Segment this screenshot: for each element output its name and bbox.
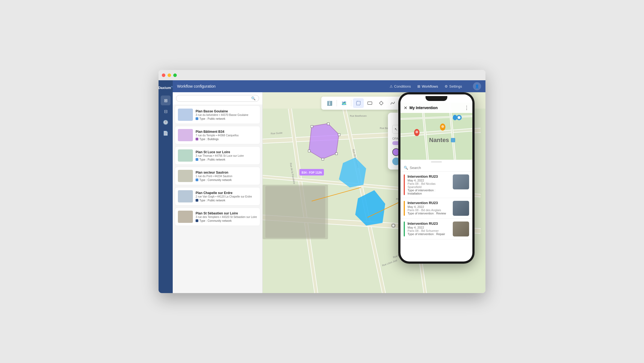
plan-info-4: Plan secteur Sautron 1 rue du Pont • 442… (196, 171, 257, 182)
maximize-button[interactable] (173, 73, 177, 77)
toolbar-select[interactable] (353, 98, 364, 108)
plan-type-1: Type : Public network (196, 117, 257, 120)
toolbar-diamond[interactable] (376, 98, 387, 108)
plan-thumb-6 (178, 211, 193, 223)
plan-type-5: Type : Public network (196, 199, 257, 202)
plan-item-1[interactable]: Plan Basse Goulaine 3 rue du belvédère •… (175, 106, 260, 124)
plan-name-4: Plan secteur Sautron (196, 171, 257, 174)
phone-screen: Nantes (400, 94, 472, 262)
svg-text:Nantes: Nantes (429, 137, 449, 143)
intervention-item-3[interactable]: Intervention RU23 May 4, 2022 Paris 08 -… (400, 219, 472, 239)
phone-search-icon: 🔍 (404, 166, 408, 170)
phone-title: My Intervention (409, 106, 462, 110)
plan-info-6: Plan St Sébastien sur Loire 3 rue des Te… (196, 211, 257, 222)
plan-item-4[interactable]: Plan secteur Sautron 1 rue du Pont • 442… (175, 167, 260, 185)
intervention-info-2: Intervention RU23 May 4, 2022 Paris 08 -… (408, 201, 450, 216)
shape-label: B34 - FOP 112N (299, 169, 324, 176)
accent-2 (404, 201, 405, 216)
svg-point-65 (453, 115, 457, 120)
plan-thumb-4 (178, 170, 193, 182)
plan-addr-2: 7 rue du Temple • 44368 Carquefou (196, 134, 257, 137)
minimize-button[interactable] (168, 73, 171, 77)
plan-addr-6: 3 rue des Templiers • 44320 St Sébastien… (196, 216, 257, 219)
warning-icon: ⚠ (390, 84, 393, 88)
logo-text: Daxium (159, 86, 171, 90)
svg-point-35 (392, 224, 394, 227)
type-dot-5 (196, 199, 198, 202)
accent-3 (404, 222, 405, 236)
nav-settings[interactable]: ⚙ Settings (445, 82, 462, 90)
intervention-item-1[interactable]: Intervention RU23 May 4, 2022 Paris 08 -… (400, 172, 472, 198)
intervention-info-1: Intervention RU23 May 4, 2022 Paris 08 -… (408, 174, 450, 195)
toolbar-divider-2 (351, 100, 351, 106)
thumb-bg-3 (453, 222, 469, 236)
intervention-title-3: Intervention RU23 (408, 222, 450, 226)
plan-addr-3: 3 rue Thomas • 44756 St Luce sur Loire (196, 154, 257, 157)
intervention-thumb-2 (453, 201, 469, 216)
phone-frame: Nantes (398, 92, 475, 264)
plan-addr-5: 2 rue Van Gogh • 44120 La Chapelle sur E… (196, 195, 257, 198)
intervention-list: Intervention RU23 May 4, 2022 Paris 08 -… (400, 172, 472, 262)
search-icon: 🔍 (251, 96, 256, 100)
toolbar-map[interactable]: 🗺️ (339, 98, 350, 108)
main-window: DaxiumAI ⊞ ⊟ 🕐 📄 Workflow configuration … (159, 70, 485, 293)
plan-thumb-5 (178, 190, 193, 202)
search-input-wrap[interactable]: 🔍 (176, 95, 259, 102)
sidebar-item-clock[interactable]: 🕐 (161, 117, 171, 127)
header-nav: ⚠ Conditions ⊞ Workflows ⚙ Settings 👤 (390, 82, 481, 90)
plan-name-2: Plan Bâtiment B34 (196, 130, 257, 134)
map-area[interactable]: ℹ️ 🗺️ (263, 92, 485, 293)
plan-info-2: Plan Bâtiment B34 7 rue du Temple • 4436… (196, 130, 257, 141)
phone-header: ✕ My Intervention ⋮ (400, 103, 472, 113)
app-logo: DaxiumAI (159, 83, 173, 92)
search-input[interactable] (180, 96, 251, 100)
settings-icon: ⚙ (445, 84, 448, 88)
sidebar-item-map[interactable]: ⊟ (161, 106, 171, 116)
intervention-item-2[interactable]: Intervention RU23 May 4, 2022 Paris 08 -… (400, 198, 472, 219)
type-dot-1 (196, 117, 198, 120)
phone-search-input[interactable] (410, 166, 469, 170)
header-title: Workflow configuration (177, 84, 215, 88)
type-dot-3 (196, 158, 198, 161)
toolbar-divider-1 (337, 100, 337, 106)
phone-close-icon[interactable]: ✕ (404, 105, 407, 110)
nav-conditions[interactable]: ⚠ Conditions (390, 82, 411, 90)
toolbar-info[interactable]: ℹ️ (324, 98, 335, 108)
phone-more-icon[interactable]: ⋮ (464, 105, 469, 111)
plan-name-6: Plan St Sébastien sur Loire (196, 211, 257, 215)
phone-overlay-container: Nantes (398, 92, 477, 269)
plan-name-1: Plan Basse Goulaine (196, 109, 257, 113)
grid-icon: ⊞ (417, 84, 420, 88)
intervention-loc-2: Paris 08 - Bd des Anglais (408, 208, 450, 212)
svg-rect-44 (335, 153, 338, 155)
phone-status-bar (400, 94, 472, 103)
phone-search: 🔍 (400, 164, 472, 172)
intervention-loc-1: Paris 08 - Bd Nicolas Spansfield (408, 182, 450, 189)
svg-rect-43 (338, 134, 340, 136)
titlebar (159, 70, 485, 80)
plan-item-3[interactable]: Plan St Luce sur Loire 3 rue Thomas • 44… (175, 146, 260, 165)
plan-info-5: Plan Chapelle sur Erdre 2 rue Van Gogh •… (196, 191, 257, 202)
shape-label-text: B34 - FOP 112N (302, 171, 322, 174)
svg-rect-45 (322, 158, 324, 160)
plan-type-2: Type : Buildings (196, 138, 257, 141)
plan-type-6: Type : Community network (196, 219, 257, 222)
plan-info-3: Plan St Luce sur Loire 3 rue Thomas • 44… (196, 150, 257, 161)
sidebar-item-grid[interactable]: ⊞ (161, 96, 171, 105)
phone-drag-handle (400, 160, 472, 164)
toolbar-rectangle[interactable] (364, 98, 375, 108)
plan-item-6[interactable]: Plan St Sébastien sur Loire 3 rue des Te… (175, 208, 260, 226)
svg-rect-39 (265, 186, 325, 238)
user-avatar[interactable]: 👤 (473, 82, 481, 90)
svg-rect-1 (368, 102, 372, 104)
plan-item-5[interactable]: Plan Chapelle sur Erdre 2 rue Van Gogh •… (175, 187, 260, 205)
close-button[interactable] (162, 73, 165, 77)
svg-point-62 (415, 131, 418, 133)
plan-addr-1: 3 rue du belvédère • 44370 Basse Goulain… (196, 113, 257, 116)
nav-workflows[interactable]: ⊞ Workflows (417, 82, 438, 90)
toolbar-line[interactable] (387, 98, 398, 108)
plan-item-2[interactable]: Plan Bâtiment B34 7 rue du Temple • 4436… (175, 126, 260, 144)
svg-marker-40 (309, 124, 339, 159)
app-container: DaxiumAI ⊞ ⊟ 🕐 📄 Workflow configuration … (159, 80, 485, 293)
sidebar-item-docs[interactable]: 📄 (161, 128, 171, 138)
